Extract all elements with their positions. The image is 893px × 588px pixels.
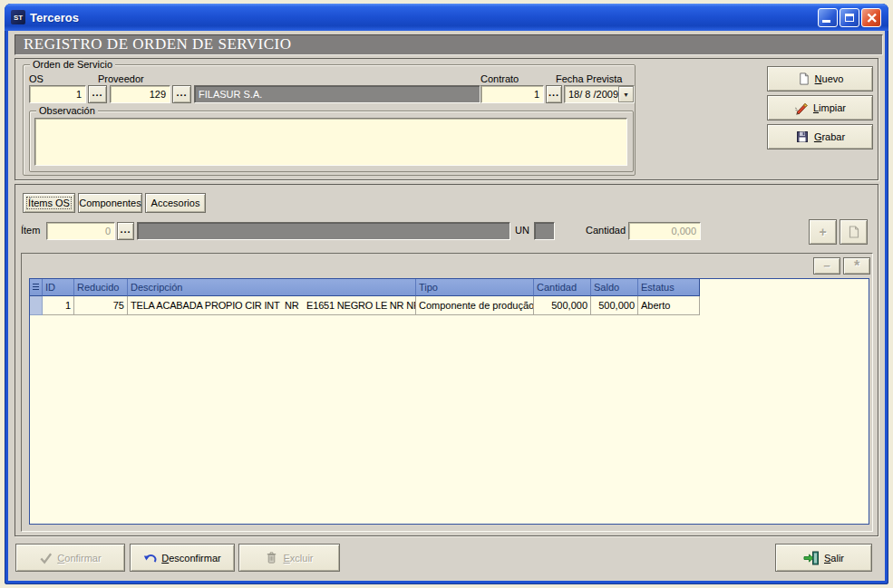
table-header-row: ID Reducido Descripción Tipo Cantidad Sa… [30, 279, 869, 296]
observacion-group: Observación [29, 111, 634, 172]
col-tipo[interactable]: Tipo [416, 279, 534, 296]
check-icon [39, 552, 53, 564]
proveedor-label: Proveedor [98, 73, 144, 84]
grid-lines-icon [33, 284, 39, 292]
col-cantidad[interactable]: Cantidad [534, 279, 591, 296]
tab-items-os[interactable]: Ítems OS [23, 193, 75, 213]
fecha-prevista-label: Fecha Prevista [556, 73, 622, 84]
add-item-button[interactable]: + [809, 219, 837, 245]
close-icon [862, 9, 882, 28]
contrato-label: Contrato [480, 73, 519, 84]
nuevo-button[interactable]: Nuevo [767, 66, 873, 92]
proveedor-input[interactable] [110, 85, 170, 103]
client-area: REGISTRO DE ORDEN DE SERVICIO Orden de S… [8, 31, 885, 581]
grid-area: − * ID Reducido Descripción Tipo Cantida… [21, 253, 873, 532]
orden-group-label: Orden de Servicio [30, 59, 115, 70]
items-table[interactable]: ID Reducido Descripción Tipo Cantidad Sa… [29, 278, 869, 525]
asterisk-icon: * [854, 255, 859, 277]
undo-arrow-icon [143, 552, 157, 564]
cell-cantidad: 500,000 [534, 296, 591, 315]
os-browse-button[interactable]: ... [88, 85, 107, 103]
items-panel: Ítems OS Componentes Accesorios Ítem ...… [15, 184, 878, 536]
os-input[interactable] [29, 85, 86, 103]
minimize-icon [822, 20, 830, 23]
item-input[interactable] [46, 222, 115, 240]
app-icon: ST [11, 10, 25, 24]
close-button[interactable] [861, 8, 881, 27]
col-estatus[interactable]: Estatus [638, 279, 700, 296]
proveedor-name-field: FILASUR S.A. [194, 85, 480, 103]
observacion-textarea[interactable] [34, 118, 627, 166]
salir-button[interactable]: Salir [775, 544, 872, 572]
orden-group: Orden de Servicio OS Proveedor Contrato … [23, 64, 636, 176]
fecha-dropdown-button[interactable]: ▼ [618, 86, 634, 102]
desconfirmar-button[interactable]: Desconfirmar [130, 544, 235, 572]
grabar-button[interactable]: Grabar [767, 124, 873, 149]
item-browse-button[interactable]: ... [117, 222, 134, 240]
cantidad-input[interactable] [628, 222, 701, 240]
cell-tipo: Componente de produção [416, 296, 534, 315]
tab-accesorios[interactable]: Accesorios [145, 193, 206, 213]
app-window: ST Terceros REGISTRO DE ORDEN DE SERVICI… [5, 4, 888, 584]
cell-estatus: Aberto [638, 296, 700, 315]
maximize-icon [845, 14, 854, 22]
cantidad-label: Cantidad [586, 225, 626, 236]
contrato-input[interactable] [480, 85, 544, 103]
titlebar[interactable]: ST Terceros [5, 4, 888, 31]
plus-icon: + [819, 225, 826, 239]
col-id[interactable]: ID [43, 279, 74, 296]
tab-componentes[interactable]: Componentes [78, 193, 142, 213]
window-title: Terceros [30, 11, 79, 24]
chevron-down-icon: ▼ [623, 92, 629, 98]
trash-icon [265, 551, 278, 564]
remove-item-button[interactable]: − [813, 257, 840, 275]
cell-descripcion: TELA ACABADA PROPIO CIR INT NR E1651 NEG… [128, 296, 416, 315]
proveedor-browse-button[interactable]: ... [172, 85, 191, 103]
maximize-button[interactable] [840, 8, 859, 27]
contrato-browse-button[interactable]: ... [546, 85, 562, 103]
blank-page-icon [849, 226, 859, 238]
item-description-field [137, 222, 510, 240]
col-reducido[interactable]: Reducido [74, 279, 128, 296]
save-floppy-icon [795, 130, 810, 144]
minus-icon: − [823, 259, 830, 273]
limpiar-button[interactable]: Limpiar [767, 95, 873, 120]
confirmar-button[interactable]: Confirmar [15, 544, 125, 572]
un-label: UN [515, 225, 529, 236]
exit-door-icon [803, 551, 820, 565]
pencil-icon [794, 101, 809, 115]
table-row[interactable]: 1 75 TELA ACABADA PROPIO CIR INT NR E165… [30, 296, 869, 315]
page-title: REGISTRO DE ORDEN DE SERVICIO [15, 34, 883, 55]
fecha-prevista-value: 18/ 8 /2009 [565, 86, 618, 102]
orden-panel: Orden de Servicio OS Proveedor Contrato … [15, 58, 878, 180]
minimize-button[interactable] [818, 8, 838, 27]
screen: ST Terceros REGISTRO DE ORDEN DE SERVICI… [0, 0, 893, 588]
os-label: OS [29, 73, 44, 84]
cell-saldo: 500,000 [591, 296, 638, 315]
cell-reducido: 75 [74, 296, 128, 315]
cell-id: 1 [43, 296, 74, 315]
col-descripcion[interactable]: Descripción [128, 279, 416, 296]
refresh-item-button[interactable]: * [843, 257, 870, 275]
fecha-prevista-select[interactable]: 18/ 8 /2009 ▼ [564, 85, 635, 103]
excluir-button[interactable]: Excluir [238, 544, 340, 572]
row-selector-cell [30, 296, 43, 315]
un-field [534, 222, 555, 240]
observacion-group-label: Observación [36, 105, 98, 116]
col-saldo[interactable]: Saldo [591, 279, 638, 296]
new-document-icon [797, 72, 810, 86]
row-selector-header [30, 279, 43, 296]
new-item-button[interactable] [840, 219, 868, 245]
item-label: Ítem [21, 225, 40, 236]
window-controls [818, 8, 881, 27]
